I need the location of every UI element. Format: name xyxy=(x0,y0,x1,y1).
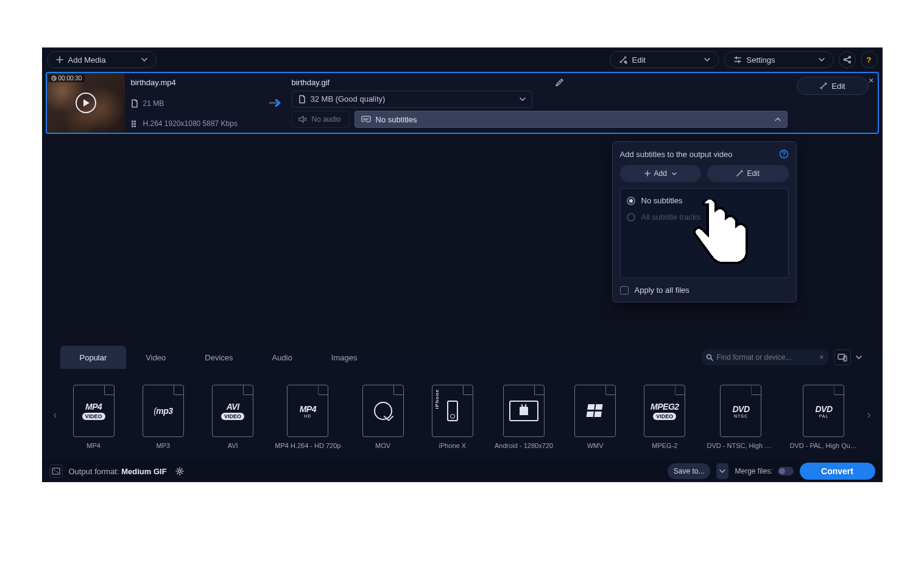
chevron-down-icon xyxy=(141,58,147,61)
merge-files-label: Merge files: xyxy=(735,467,772,475)
tab-video[interactable]: Video xyxy=(126,346,185,369)
format-card-mpeg2[interactable]: MPEG2VIDEOMPEG-2 xyxy=(637,385,692,449)
format-card-label: MP3 xyxy=(157,442,171,449)
plus-icon xyxy=(56,56,63,63)
svg-rect-15 xyxy=(52,468,60,474)
format-card-label: WMV xyxy=(587,442,604,449)
file-icon xyxy=(131,99,138,108)
row-edit-button[interactable]: Edit xyxy=(797,77,869,95)
save-to-label: Save to... xyxy=(674,467,705,475)
tools-icon xyxy=(819,82,828,90)
format-card-mp3[interactable]: (mp3MP3 xyxy=(136,385,191,449)
search-clear-button[interactable]: × xyxy=(819,353,823,362)
duration-text: 00:00:30 xyxy=(58,75,82,82)
format-search[interactable]: × xyxy=(701,349,829,365)
output-format-icon-button[interactable] xyxy=(49,464,63,478)
format-doc-icon: DVDNTSC xyxy=(720,385,761,437)
add-media-label: Add Media xyxy=(68,55,106,65)
format-card-mp4hd[interactable]: MP4HDMP4 H.264 - HD 720p xyxy=(275,385,340,449)
format-card-label: MP4 H.264 - HD 720p xyxy=(275,442,340,449)
output-size-select[interactable]: 32 MB (Good quality) xyxy=(292,91,532,108)
subtitle-option-none[interactable]: No subtitles xyxy=(627,196,782,205)
chevron-down-icon xyxy=(719,469,725,473)
svg-rect-6 xyxy=(132,123,133,125)
tab-devices[interactable]: Devices xyxy=(185,346,252,369)
svg-rect-10 xyxy=(362,116,370,122)
convert-button[interactable]: Convert xyxy=(800,463,875,480)
tab-popular[interactable]: Popular xyxy=(60,346,127,369)
format-doc-icon: iPhone xyxy=(432,385,473,437)
apply-all-checkbox[interactable]: Apply to all files xyxy=(620,286,789,295)
subtitles-popover: Add subtitles to the output video Add Ed… xyxy=(612,141,797,303)
format-card-mov[interactable]: MOV xyxy=(355,385,410,449)
format-card-wmv[interactable]: WMV xyxy=(568,385,622,449)
carousel-prev-button[interactable]: ‹ xyxy=(48,369,63,460)
help-button[interactable]: ? xyxy=(861,51,878,68)
output-filename: birthday.gif xyxy=(292,78,330,87)
convert-label: Convert xyxy=(821,466,853,476)
audio-mute-icon xyxy=(298,116,307,123)
format-more-button[interactable] xyxy=(853,349,864,365)
tab-images[interactable]: Images xyxy=(312,346,377,369)
tools-icon xyxy=(736,170,743,177)
row-close-button[interactable]: × xyxy=(869,75,873,85)
plus-icon xyxy=(644,170,651,177)
popover-add-label: Add xyxy=(654,169,667,178)
subtitles-text: No subtitles xyxy=(376,115,417,124)
file-icon xyxy=(298,95,306,103)
save-to-button[interactable]: Save to... xyxy=(668,463,711,479)
tab-audio-label: Audio xyxy=(272,353,292,362)
clock-icon xyxy=(51,75,57,81)
popover-add-button[interactable]: Add xyxy=(620,165,702,182)
chevron-down-icon xyxy=(704,58,710,61)
audio-select[interactable]: No audio xyxy=(292,111,350,128)
sliders-icon xyxy=(733,55,742,64)
format-doc-icon: MP4VIDEO xyxy=(73,385,115,437)
output-format-label: Output format: Medium GIF xyxy=(69,467,167,476)
top-edit-button[interactable]: Edit xyxy=(610,51,719,68)
file-row[interactable]: 00:00:30 birthday.mp4 21 MB H.264 1920x1… xyxy=(46,72,879,134)
svg-rect-4 xyxy=(132,121,133,122)
output-format-settings-button[interactable] xyxy=(173,464,186,478)
format-card-mp4[interactable]: MP4VIDEOMP4 xyxy=(66,385,121,449)
play-button[interactable] xyxy=(76,93,96,113)
settings-button[interactable]: Settings xyxy=(724,51,834,68)
resize-icon xyxy=(52,468,60,475)
format-search-input[interactable] xyxy=(717,353,816,362)
popover-title: Add subtitles to the output video xyxy=(620,150,733,159)
svg-rect-7 xyxy=(134,123,136,125)
format-card-iphx[interactable]: iPhoneiPhone X xyxy=(425,385,480,449)
format-card-label: Android - 1280x720 xyxy=(495,442,553,449)
share-button[interactable] xyxy=(839,51,856,68)
gear-icon xyxy=(175,467,184,475)
carousel-next-button[interactable]: › xyxy=(862,369,876,460)
format-card-avi[interactable]: AVIVIDEOAVI xyxy=(205,385,260,449)
arrow-right-icon xyxy=(269,99,282,107)
popover-edit-label: Edit xyxy=(747,169,760,178)
chevron-down-icon xyxy=(672,172,677,175)
info-icon xyxy=(131,120,138,127)
tab-video-label: Video xyxy=(146,353,166,362)
format-tabs: Popular Video Devices Audio Images × xyxy=(42,346,883,369)
file-thumbnail[interactable]: 00:00:30 xyxy=(47,73,125,133)
subtitle-option-all[interactable]: All subtitle tracks xyxy=(627,212,782,222)
format-card-dvdntsc[interactable]: DVDNTSCDVD - NTSC, High Qu... xyxy=(707,385,775,449)
detect-device-button[interactable] xyxy=(834,349,851,365)
format-card-android[interactable]: Android - 1280x720 xyxy=(495,385,553,449)
rename-button[interactable] xyxy=(555,79,563,87)
popover-help-button[interactable] xyxy=(779,149,789,159)
subtitles-select[interactable]: No subtitles xyxy=(354,111,788,128)
chevron-down-icon xyxy=(819,58,825,61)
audio-text: No audio xyxy=(312,115,341,124)
checkbox-icon xyxy=(620,286,629,295)
merge-files-toggle[interactable] xyxy=(778,467,794,475)
format-card-dvdpal[interactable]: DVDPALDVD - PAL, High Qual... xyxy=(789,385,858,449)
tab-popular-label: Popular xyxy=(80,353,107,362)
source-codec: H.264 1920x1080 5887 Kbps xyxy=(143,119,238,128)
add-media-button[interactable]: Add Media xyxy=(47,51,157,68)
format-doc-icon xyxy=(362,385,404,437)
source-size: 21 MB xyxy=(143,99,164,108)
save-to-dropdown-button[interactable] xyxy=(716,463,728,479)
popover-edit-button[interactable]: Edit xyxy=(707,165,789,182)
tab-audio[interactable]: Audio xyxy=(253,346,312,369)
